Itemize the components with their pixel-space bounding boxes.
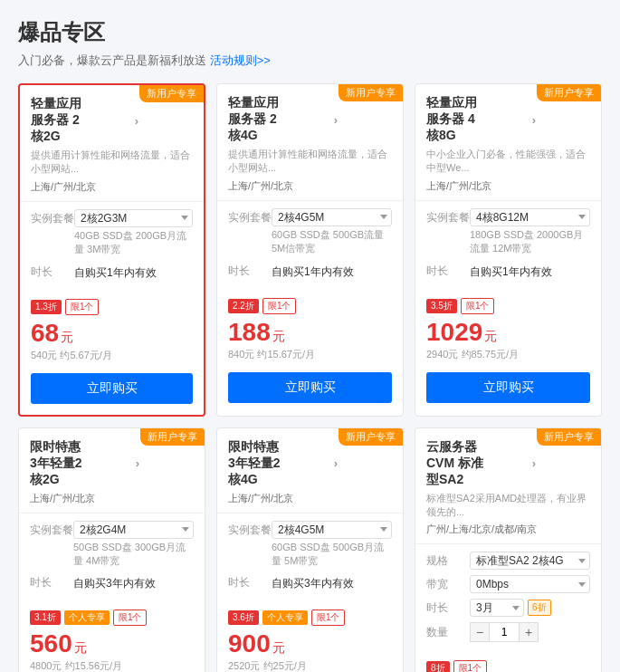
card-location: 上海/广州/北京 (30, 492, 194, 505)
price-section: 3.1折个人专享限1个560元4800元 约15.56元/月 (19, 604, 205, 672)
price-number: 560 (30, 629, 72, 658)
price-unit: 元 (61, 330, 73, 346)
product-card-card3: 新用户专享轻量应用服务器 4核8G›中小企业入门必备，性能强强，适合中型We..… (415, 83, 602, 417)
field-row: 实例套餐2核2G4M50GB SSD盘 300GB月流量 4M带宽 (30, 521, 194, 569)
stepper-decrease[interactable]: − (470, 622, 490, 642)
personal-badge: 个人专享 (64, 610, 110, 625)
instance-select[interactable]: 2核2G4M (73, 521, 194, 539)
buy-button[interactable]: 立即购买 (31, 373, 193, 404)
field-text: 自购买1年内有效 (74, 263, 193, 281)
discount-badge: 2.2折 (228, 299, 259, 313)
stepper-input[interactable] (490, 622, 519, 642)
card-title[interactable]: 限时特惠 3年轻量2核2G› (30, 439, 194, 488)
field-text: 自购买1年内有效 (272, 262, 392, 280)
field-sub: 40GB SSD盘 200GB月流量 3M带宽 (74, 229, 193, 257)
activity-link[interactable]: 活动规则>> (210, 53, 271, 67)
field-value: 2核4G5M60GB SSD盘 500GB月流量 5M带宽 (272, 521, 392, 569)
field-value: 2核2G3M40GB SSD盘 200GB月流量 3M带宽 (74, 209, 193, 257)
field-sub: 60GB SSD盘 500GB流量 5M信带宽 (272, 228, 392, 256)
cvm-label: 规格 (426, 553, 470, 569)
price-badges: 3.5折限1个 (426, 298, 590, 314)
product-card-card6: 新用户专享云服务器CVM 标准型SA2›标准型SA2采用AMD处理器，有业界领先… (415, 427, 602, 672)
cvm-field-row: 规格标准型SA2 2核4G (426, 552, 590, 570)
discount-badge: 1.3折 (31, 300, 62, 314)
field-sub: 60GB SSD盘 500GB月流量 5M带宽 (272, 541, 392, 569)
card-desc: 中小企业入门必备，性能强强，适合中型We... (426, 148, 590, 176)
limit-badge: 限1个 (65, 299, 100, 315)
price-number: 68 (31, 319, 59, 348)
original-price: 840元 约15.67元/月 (228, 348, 392, 361)
instance-select[interactable]: 2核2G3M (74, 209, 193, 227)
card-arrow-icon: › (334, 456, 338, 470)
field-label: 实例套餐 (228, 521, 272, 538)
price-display: 1029元 (426, 318, 590, 347)
card-arrow-icon: › (136, 456, 139, 470)
field-value: 2核4G5M60GB SSD盘 500GB流量 5M信带宽 (272, 208, 392, 256)
new-user-badge: 新用户专享 (139, 85, 204, 102)
instance-select[interactable]: 2核4G5M (272, 208, 392, 226)
buy-button[interactable]: 立即购买 (228, 372, 392, 403)
product-card-card5: 新用户专享限时特惠 3年轻量2核4G›上海/广州/北京实例套餐2核4G5M60G… (216, 427, 404, 672)
field-label: 时长 (228, 262, 272, 279)
field-value: 自购买3年内有效 (73, 573, 194, 591)
price-badges: 3.1折个人专享限1个 (30, 610, 194, 626)
card-header: 云服务器CVM 标准型SA2›标准型SA2采用AMD处理器，有业界领先的...广… (415, 428, 601, 545)
cvm-value: −+ (470, 622, 590, 642)
new-user-badge: 新用户专享 (537, 84, 601, 101)
price-display: 188元 (228, 318, 392, 347)
price-unit: 元 (272, 329, 285, 345)
buy-button[interactable]: 立即购买 (426, 372, 590, 403)
cvm-select[interactable]: 标准型SA2 2核4G (470, 552, 590, 570)
field-row: 时长自购买3年内有效 (228, 573, 392, 591)
card-title[interactable]: 轻量应用服务器 2核4G› (228, 95, 392, 144)
new-user-badge: 新用户专享 (339, 428, 403, 446)
field-label: 实例套餐 (228, 208, 272, 226)
instance-select[interactable]: 2核4G5M (272, 521, 392, 539)
card-location: 上海/广州/北京 (228, 179, 392, 193)
field-label: 实例套餐 (30, 521, 73, 538)
subtitle: 入门必备，爆款云产品是新福利放送 活动规则>> (18, 53, 602, 69)
card-arrow-icon: › (135, 114, 138, 128)
card-header: 轻量应用服务器 4核8G›中小企业入门必备，性能强强，适合中型We...上海/广… (415, 84, 601, 201)
cvm-value: 标准型SA2 2核4G (470, 552, 590, 570)
field-row: 实例套餐2核4G5M60GB SSD盘 500GB月流量 5M带宽 (228, 521, 392, 569)
price-badges: 3.6折个人专享限1个 (228, 610, 392, 626)
limit-badge: 限1个 (453, 660, 488, 672)
card-title[interactable]: 轻量应用服务器 2核2G› (31, 96, 193, 145)
off-badge: 8折 (426, 661, 450, 672)
product-card-card2: 新用户专享轻量应用服务器 2核4G›提供通用计算性能和网络流量，适合小型网站..… (216, 83, 404, 417)
stepper-increase[interactable]: + (519, 622, 539, 642)
field-value: 自购买1年内有效 (470, 262, 590, 280)
original-price: 4800元 约15.56元/月 (30, 659, 194, 672)
new-user-badge: 新用户专享 (339, 84, 403, 101)
field-value: 自购买1年内有效 (272, 262, 392, 280)
month-discount-tag: 6折 (528, 600, 551, 616)
card-title-text: 云服务器CVM 标准型SA2 (426, 439, 532, 488)
field-label: 时长 (31, 263, 74, 280)
instance-select[interactable]: 4核8G12M (470, 208, 590, 226)
card-title[interactable]: 轻量应用服务器 4核8G› (426, 95, 590, 144)
field-label: 实例套餐 (426, 208, 470, 226)
quantity-stepper: −+ (470, 622, 590, 642)
price-display: 560元 (30, 629, 194, 658)
month-select[interactable]: 3月 (470, 599, 524, 617)
card-body: 实例套餐4核8G12M180GB SSD盘 2000GB月流量 12M带宽时长自… (415, 201, 601, 293)
card-title[interactable]: 云服务器CVM 标准型SA2› (426, 439, 590, 488)
limit-badge: 限1个 (262, 298, 297, 314)
card-title[interactable]: 限时特惠 3年轻量2核4G› (228, 439, 392, 488)
field-row: 时长自购买1年内有效 (228, 262, 392, 280)
card-arrow-icon: › (532, 113, 536, 127)
personal-badge: 个人专享 (262, 610, 308, 625)
card-desc: 标准型SA2采用AMD处理器，有业界领先的... (426, 492, 590, 520)
new-user-badge: 新用户专享 (537, 428, 601, 446)
field-row: 实例套餐4核8G12M180GB SSD盘 2000GB月流量 12M带宽 (426, 208, 590, 256)
price-badges: 8折限1个 (426, 660, 590, 672)
card-location: 上海/广州/北京 (426, 179, 590, 193)
card-location: 上海/广州/北京 (228, 492, 392, 505)
field-text: 自购买1年内有效 (470, 262, 590, 280)
cvm-field-row: 时长3月6折 (426, 599, 590, 617)
cvm-select[interactable]: 0Mbps (470, 575, 590, 593)
field-label: 时长 (426, 262, 470, 279)
field-row: 时长自购买1年内有效 (31, 263, 193, 281)
card-body: 实例套餐2核2G4M50GB SSD盘 300GB月流量 4M带宽时长自购买3年… (19, 514, 205, 605)
